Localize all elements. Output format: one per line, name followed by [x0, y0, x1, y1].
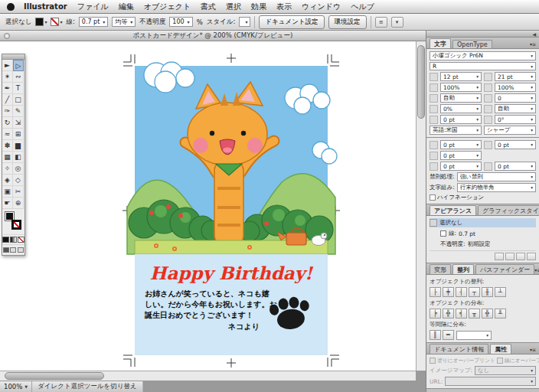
- indent-left-field[interactable]: 0 pt: [440, 140, 482, 149]
- tab-opentype[interactable]: OpenType: [452, 40, 492, 48]
- distribute-spacing-button-1[interactable]: ═: [443, 330, 454, 340]
- zoom-select[interactable]: 100%: [0, 381, 32, 392]
- direct-selection-tool[interactable]: ▷: [13, 60, 24, 71]
- horizontal-scroll-thumb[interactable]: [5, 372, 104, 380]
- tsume-field[interactable]: 0%: [440, 104, 482, 113]
- hyphenation-checkbox[interactable]: [430, 194, 436, 201]
- horizontal-scrollbar[interactable]: [0, 371, 416, 381]
- postcard-artwork[interactable]: Happy Birthday! お姉さんが笑っていると、ネコも嬉 しい。だから今…: [119, 51, 343, 371]
- mesh-tool[interactable]: ▦: [2, 152, 13, 163]
- horizontal-scale-field[interactable]: 100%: [495, 83, 536, 92]
- menu-object[interactable]: オブジェクト: [143, 2, 191, 12]
- blend-tool[interactable]: ◎: [13, 163, 24, 175]
- language-select[interactable]: 英語:米国: [430, 126, 482, 135]
- stroke-color-swatch[interactable]: [11, 220, 21, 230]
- menu-type[interactable]: 書式: [200, 2, 217, 12]
- font-size-field[interactable]: 12 pt: [440, 72, 482, 81]
- gradient-button[interactable]: [10, 237, 17, 243]
- align-object-button-2[interactable]: ┤: [456, 287, 467, 297]
- fill-color-dropdown[interactable]: [35, 18, 47, 26]
- align-object-button-0[interactable]: ├: [430, 287, 441, 297]
- tab-transform[interactable]: 変形: [430, 264, 451, 274]
- vertical-scrollbar[interactable]: [416, 41, 426, 371]
- document-canvas[interactable]: Happy Birthday! お姉さんが笑っていると、ネコも嬉 しい。だから今…: [0, 41, 416, 371]
- rotate-tool[interactable]: ↻: [2, 117, 13, 129]
- artboard-tool[interactable]: ▣: [2, 186, 13, 198]
- vertical-scroll-thumb[interactable]: [417, 45, 425, 119]
- warp-tool[interactable]: ≈: [2, 129, 13, 140]
- type-tool[interactable]: T: [13, 83, 24, 94]
- imagemap-select[interactable]: なし: [475, 366, 536, 375]
- panel-menu-icon[interactable]: ▾≡: [530, 347, 537, 354]
- fullscreen-menu-mode-button[interactable]: [10, 247, 16, 253]
- overprint-stroke-checkbox[interactable]: [497, 358, 503, 364]
- stroke-weight-field[interactable]: 0.7 pt: [79, 17, 109, 27]
- tab-attributes[interactable]: 属性: [490, 344, 511, 354]
- distribute-object-button-0[interactable]: ╞: [430, 309, 441, 318]
- tab-align[interactable]: 整列: [452, 264, 474, 274]
- panel-menu-icon[interactable]: ▾≡: [530, 41, 537, 48]
- pen-tool[interactable]: ✒: [2, 83, 13, 94]
- menu-select[interactable]: 選択: [225, 2, 242, 12]
- paintbrush-tool[interactable]: ✑: [2, 106, 13, 117]
- menu-edit[interactable]: 編集: [118, 2, 135, 12]
- spacing-value-field[interactable]: [456, 331, 492, 340]
- menu-file[interactable]: ファイル: [77, 2, 109, 12]
- space-before-field[interactable]: 0 pt: [440, 162, 482, 171]
- antialias-select[interactable]: シャープ: [484, 126, 536, 135]
- zoom-tool[interactable]: ⊕: [13, 198, 24, 209]
- indent-right-field[interactable]: 0 pt: [495, 140, 536, 149]
- align-options-icon[interactable]: ≡: [375, 17, 387, 28]
- tab-graphic-styles[interactable]: グラフィックスタイル: [478, 205, 539, 215]
- gradient-tool[interactable]: ◧: [13, 152, 24, 163]
- menu-help[interactable]: ヘルプ: [350, 2, 375, 12]
- tab-pathfinder[interactable]: パスファインダー: [475, 264, 534, 274]
- distribute-object-button-1[interactable]: ╬: [443, 309, 454, 318]
- tab-character[interactable]: 文字: [430, 38, 451, 48]
- live-paint-selection-tool[interactable]: ◇: [13, 175, 24, 186]
- document-titlebar[interactable]: ポストカードデザイン* @ 200% (CMYK/プレビュー): [0, 31, 426, 41]
- kerning-field[interactable]: 自動: [440, 93, 482, 103]
- slice-tool[interactable]: ✂: [13, 186, 24, 198]
- font-style-select[interactable]: R: [430, 62, 536, 70]
- style-select[interactable]: [239, 17, 250, 27]
- fullscreen-mode-button[interactable]: [18, 247, 24, 253]
- symbol-sprayer-tool[interactable]: ✽: [2, 140, 13, 152]
- free-transform-tool[interactable]: ⊞: [13, 129, 24, 140]
- align-object-button-1[interactable]: ╪: [443, 287, 454, 297]
- color-button[interactable]: [2, 237, 9, 243]
- distribute-spacing-button-0[interactable]: ║: [430, 330, 441, 340]
- distribute-object-button-2[interactable]: ╡: [456, 309, 467, 318]
- new-stroke-button[interactable]: [495, 253, 504, 260]
- scale-tool[interactable]: ⇲: [13, 117, 24, 129]
- none-button[interactable]: [18, 237, 24, 243]
- mojikumi-select[interactable]: 行末約物半角: [457, 183, 536, 192]
- menu-view[interactable]: 表示: [276, 2, 292, 12]
- align-object-button-3[interactable]: ┬: [469, 287, 480, 297]
- menu-illustrator[interactable]: Illustrator: [23, 2, 68, 11]
- panel-menu-icon[interactable]: ▾≡: [534, 267, 539, 274]
- distribute-object-button-5[interactable]: ╨: [495, 309, 506, 318]
- tab-document-info[interactable]: ドキュメント情報: [430, 344, 488, 354]
- hand-tool[interactable]: ☛: [2, 198, 13, 209]
- delete-item-button[interactable]: [527, 253, 536, 260]
- appearance-selection-row[interactable]: 選択なし: [430, 218, 536, 227]
- tab-appearance[interactable]: アピアランス: [430, 205, 476, 215]
- width-profile-select[interactable]: 均等: [112, 17, 136, 27]
- line-segment-tool[interactable]: ╱: [2, 94, 13, 106]
- rectangle-tool[interactable]: □: [13, 94, 24, 106]
- opacity-field[interactable]: 100: [169, 17, 192, 27]
- lasso-tool[interactable]: ∾: [13, 71, 24, 83]
- distribute-object-button-3[interactable]: ╥: [469, 309, 480, 318]
- vertical-scale-field[interactable]: 100%: [440, 83, 482, 92]
- apple-menu-icon[interactable]: [7, 3, 15, 11]
- graph-tool[interactable]: ▆: [13, 140, 24, 152]
- pencil-tool[interactable]: ✎: [13, 106, 24, 117]
- selection-tool[interactable]: ►: [2, 60, 13, 71]
- align-object-button-5[interactable]: ┴: [495, 287, 506, 297]
- magic-wand-tool[interactable]: ✶: [2, 71, 13, 83]
- document-setup-button[interactable]: ドキュメント設定: [259, 15, 324, 29]
- eyedropper-tool[interactable]: ✧: [2, 163, 13, 175]
- font-family-select[interactable]: 小塚ゴシック Pr6N: [430, 51, 536, 60]
- space-after-field[interactable]: 0 pt: [495, 162, 536, 171]
